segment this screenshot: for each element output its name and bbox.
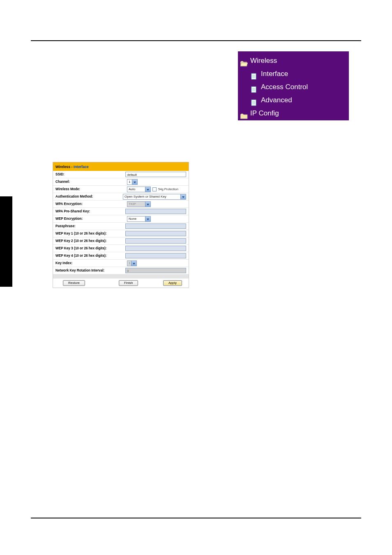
wep4-input[interactable]: [125, 253, 186, 258]
folder-open-icon: [240, 58, 248, 64]
folder-closed-icon: [240, 111, 248, 116]
wpa-enc-select[interactable]: TKIP: [127, 201, 151, 207]
finish-button[interactable]: Finish: [119, 280, 138, 286]
row-wpa-enc: WPA Encryption: TKIP: [53, 200, 189, 208]
nav-label-ip-config: IP Config: [250, 107, 279, 120]
panel-title-prefix: Wireless -: [55, 165, 74, 169]
auth-select[interactable]: Open System or Shared Key: [123, 194, 186, 200]
label-wep4: WEP Key 4 (10 or 26 hex digits):: [53, 254, 125, 258]
horizontal-rule-bottom: [31, 518, 361, 518]
wep-enc-select[interactable]: None: [127, 216, 151, 222]
row-auth: Authentication Method: Open System or Sh…: [53, 193, 189, 200]
nav-item-ip-config[interactable]: IP Config: [240, 107, 346, 120]
label-wep3: WEP Key 3 (10 or 26 hex digits):: [53, 246, 125, 250]
label-auth: Authentication Method:: [53, 195, 123, 198]
document-icon: [251, 71, 258, 77]
channel-select[interactable]: 1: [127, 179, 138, 185]
panel-title: Wireless - Interface: [53, 162, 189, 171]
keyidx-select[interactable]: 1: [127, 260, 137, 266]
nav-label-wireless: Wireless: [250, 54, 277, 67]
wpa-psk-input[interactable]: [125, 209, 186, 214]
row-wep2: WEP Key 2 (10 or 26 hex digits):: [53, 237, 189, 245]
horizontal-rule-top: [31, 40, 361, 41]
apply-button[interactable]: Apply: [163, 280, 182, 286]
protection-checkbox[interactable]: [152, 187, 157, 191]
row-wep3: WEP Key 3 (10 or 26 hex digits):: [53, 245, 189, 252]
row-mode: Wireless Mode: Auto 54g Protection: [53, 186, 189, 193]
label-wep-enc: WEP Encryption:: [53, 217, 127, 221]
ssid-input[interactable]: default: [125, 172, 186, 177]
label-passphrase: Passphrase:: [53, 224, 125, 228]
mode-select[interactable]: Auto: [127, 187, 151, 192]
label-rotation: Network Key Rotation Interval:: [53, 269, 125, 272]
restore-button[interactable]: Restore: [63, 280, 85, 286]
label-ssid: SSID:: [53, 173, 125, 176]
wireless-interface-panel: Wireless - Interface SSID: default Chann…: [53, 162, 189, 288]
nav-item-wireless[interactable]: Wireless: [240, 54, 346, 67]
document-icon: [251, 97, 258, 103]
row-wpa-psk: WPA Pre-Shared Key:: [53, 208, 189, 215]
protection-label: 54g Protection: [158, 187, 178, 191]
nav-label-advanced: Advanced: [261, 94, 292, 107]
passphrase-input[interactable]: [125, 223, 186, 229]
row-wep4: WEP Key 4 (10 or 26 hex digits):: [53, 252, 189, 260]
nav-label-access-control: Access Control: [261, 81, 308, 94]
nav-label-interface: Interface: [261, 67, 288, 81]
row-wep1: WEP Key 1 (10 or 26 hex digits):: [53, 230, 189, 237]
row-keyidx: Key Index: 1: [53, 260, 189, 267]
wireless-nav-tree: Wireless Interface Access Control Advanc…: [238, 51, 349, 120]
label-wep1: WEP Key 1 (10 or 26 hex digits):: [53, 232, 125, 235]
panel-separator: [53, 274, 189, 279]
row-wep-enc: WEP Encryption: None: [53, 215, 189, 223]
rotation-input[interactable]: 0: [125, 268, 186, 273]
row-passphrase: Passphrase:: [53, 223, 189, 230]
document-icon: [251, 84, 258, 90]
label-channel: Channel:: [53, 180, 127, 184]
row-ssid: SSID: default: [53, 171, 189, 178]
wep2-input[interactable]: [125, 238, 186, 244]
label-wpa-psk: WPA Pre-Shared Key:: [53, 210, 125, 213]
label-mode: Wireless Mode:: [53, 187, 127, 191]
wep1-input[interactable]: [125, 231, 186, 236]
row-rotation: Network Key Rotation Interval: 0: [53, 267, 189, 274]
label-wep2: WEP Key 2 (10 or 26 hex digits):: [53, 239, 125, 243]
wep3-input[interactable]: [125, 246, 186, 251]
label-keyidx: Key Index:: [53, 261, 127, 265]
nav-item-interface[interactable]: Interface: [240, 67, 346, 81]
panel-buttons: Restore Finish Apply: [53, 279, 189, 288]
nav-item-access-control[interactable]: Access Control: [240, 81, 346, 94]
chapter-marker: [0, 196, 12, 287]
nav-item-advanced[interactable]: Advanced: [240, 94, 346, 107]
label-wpa-enc: WPA Encryption:: [53, 202, 127, 206]
panel-title-accent: Interface: [74, 165, 89, 169]
row-channel: Channel: 1: [53, 178, 189, 186]
